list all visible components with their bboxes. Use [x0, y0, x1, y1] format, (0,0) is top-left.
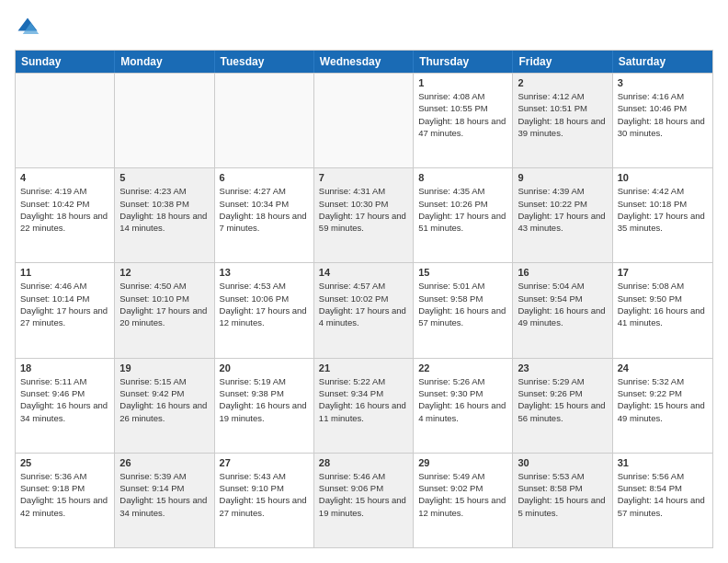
day-cell-26: 26Sunrise: 5:39 AM Sunset: 9:14 PM Dayli…	[115, 454, 214, 547]
calendar-body: 1Sunrise: 4:08 AM Sunset: 10:55 PM Dayli…	[16, 73, 712, 547]
day-number-26: 26	[119, 457, 209, 468]
calendar-week-1: 1Sunrise: 4:08 AM Sunset: 10:55 PM Dayli…	[16, 73, 712, 167]
day-cell-18: 18Sunrise: 5:11 AM Sunset: 9:46 PM Dayli…	[16, 359, 115, 453]
day-number-5: 5	[119, 172, 209, 183]
day-info-18: Sunrise: 5:11 AM Sunset: 9:46 PM Dayligh…	[20, 375, 109, 424]
day-info-15: Sunrise: 5:01 AM Sunset: 9:58 PM Dayligh…	[418, 280, 507, 328]
day-info-24: Sunrise: 5:32 AM Sunset: 9:22 PM Dayligh…	[618, 375, 708, 424]
day-cell-17: 17Sunrise: 5:08 AM Sunset: 9:50 PM Dayli…	[613, 263, 712, 357]
day-number-15: 15	[418, 267, 507, 278]
day-cell-29: 29Sunrise: 5:49 AM Sunset: 9:02 PM Dayli…	[414, 454, 513, 547]
day-info-6: Sunrise: 4:27 AM Sunset: 10:34 PM Daylig…	[220, 185, 309, 234]
day-info-26: Sunrise: 5:39 AM Sunset: 9:14 PM Dayligh…	[119, 470, 209, 519]
day-cell-21: 21Sunrise: 5:22 AM Sunset: 9:34 PM Dayli…	[314, 359, 414, 453]
day-cell-31: 31Sunrise: 5:56 AM Sunset: 8:54 PM Dayli…	[613, 454, 712, 547]
day-cell-16: 16Sunrise: 5:04 AM Sunset: 9:54 PM Dayli…	[513, 263, 612, 357]
day-number-13: 13	[220, 267, 309, 278]
day-cell-5: 5Sunrise: 4:23 AM Sunset: 10:38 PM Dayli…	[115, 168, 214, 262]
day-info-21: Sunrise: 5:22 AM Sunset: 9:34 PM Dayligh…	[319, 375, 408, 424]
day-info-13: Sunrise: 4:53 AM Sunset: 10:06 PM Daylig…	[220, 280, 309, 328]
day-cell-3: 3Sunrise: 4:16 AM Sunset: 10:46 PM Dayli…	[613, 74, 712, 167]
day-number-19: 19	[119, 362, 209, 373]
day-cell-20: 20Sunrise: 5:19 AM Sunset: 9:38 PM Dayli…	[215, 359, 314, 453]
day-cell-19: 19Sunrise: 5:15 AM Sunset: 9:42 PM Dayli…	[115, 359, 214, 453]
day-number-21: 21	[319, 362, 408, 373]
day-info-4: Sunrise: 4:19 AM Sunset: 10:42 PM Daylig…	[20, 185, 109, 234]
day-number-14: 14	[319, 267, 408, 278]
day-number-22: 22	[418, 362, 507, 373]
day-number-18: 18	[20, 362, 109, 373]
day-info-20: Sunrise: 5:19 AM Sunset: 9:38 PM Dayligh…	[220, 375, 309, 424]
day-cell-13: 13Sunrise: 4:53 AM Sunset: 10:06 PM Dayl…	[215, 263, 314, 357]
day-info-17: Sunrise: 5:08 AM Sunset: 9:50 PM Dayligh…	[618, 280, 708, 328]
day-cell-28: 28Sunrise: 5:46 AM Sunset: 9:06 PM Dayli…	[314, 454, 414, 547]
day-cell-8: 8Sunrise: 4:35 AM Sunset: 10:26 PM Dayli…	[414, 168, 513, 262]
day-cell-30: 30Sunrise: 5:53 AM Sunset: 8:58 PM Dayli…	[513, 454, 612, 547]
day-number-8: 8	[418, 172, 507, 183]
header-day-sunday: Sunday	[16, 51, 115, 73]
day-number-11: 11	[20, 267, 109, 278]
calendar: SundayMondayTuesdayWednesdayThursdayFrid…	[15, 50, 713, 548]
day-number-12: 12	[119, 267, 209, 278]
day-cell-7: 7Sunrise: 4:31 AM Sunset: 10:30 PM Dayli…	[314, 168, 414, 262]
day-number-6: 6	[220, 172, 309, 183]
day-info-19: Sunrise: 5:15 AM Sunset: 9:42 PM Dayligh…	[119, 375, 209, 424]
day-number-1: 1	[418, 77, 507, 88]
day-number-30: 30	[518, 457, 607, 468]
day-info-10: Sunrise: 4:42 AM Sunset: 10:18 PM Daylig…	[618, 185, 708, 234]
day-number-7: 7	[319, 172, 408, 183]
day-info-28: Sunrise: 5:46 AM Sunset: 9:06 PM Dayligh…	[319, 470, 408, 519]
day-info-31: Sunrise: 5:56 AM Sunset: 8:54 PM Dayligh…	[618, 470, 708, 519]
day-number-24: 24	[618, 362, 708, 373]
day-number-2: 2	[518, 77, 607, 88]
day-cell-9: 9Sunrise: 4:39 AM Sunset: 10:22 PM Dayli…	[513, 168, 612, 262]
day-cell-25: 25Sunrise: 5:36 AM Sunset: 9:18 PM Dayli…	[16, 454, 115, 547]
day-number-31: 31	[618, 457, 708, 468]
day-number-17: 17	[618, 267, 708, 278]
header	[15, 15, 713, 40]
day-info-11: Sunrise: 4:46 AM Sunset: 10:14 PM Daylig…	[20, 280, 109, 328]
day-cell-1: 1Sunrise: 4:08 AM Sunset: 10:55 PM Dayli…	[414, 74, 513, 167]
day-info-12: Sunrise: 4:50 AM Sunset: 10:10 PM Daylig…	[119, 280, 209, 328]
day-cell-10: 10Sunrise: 4:42 AM Sunset: 10:18 PM Dayl…	[613, 168, 712, 262]
day-number-16: 16	[518, 267, 607, 278]
day-info-8: Sunrise: 4:35 AM Sunset: 10:26 PM Daylig…	[418, 185, 507, 234]
day-cell-4: 4Sunrise: 4:19 AM Sunset: 10:42 PM Dayli…	[16, 168, 115, 262]
day-cell-12: 12Sunrise: 4:50 AM Sunset: 10:10 PM Dayl…	[115, 263, 214, 357]
day-cell-15: 15Sunrise: 5:01 AM Sunset: 9:58 PM Dayli…	[414, 263, 513, 357]
day-info-25: Sunrise: 5:36 AM Sunset: 9:18 PM Dayligh…	[20, 470, 109, 519]
day-number-27: 27	[220, 457, 309, 468]
header-day-wednesday: Wednesday	[314, 51, 414, 73]
calendar-week-3: 11Sunrise: 4:46 AM Sunset: 10:14 PM Dayl…	[16, 262, 712, 357]
day-info-7: Sunrise: 4:31 AM Sunset: 10:30 PM Daylig…	[319, 185, 408, 234]
header-day-monday: Monday	[115, 51, 214, 73]
day-info-23: Sunrise: 5:29 AM Sunset: 9:26 PM Dayligh…	[518, 375, 607, 424]
day-info-14: Sunrise: 4:57 AM Sunset: 10:02 PM Daylig…	[319, 280, 408, 328]
day-cell-11: 11Sunrise: 4:46 AM Sunset: 10:14 PM Dayl…	[16, 263, 115, 357]
day-cell-2: 2Sunrise: 4:12 AM Sunset: 10:51 PM Dayli…	[513, 74, 612, 167]
logo	[15, 15, 44, 40]
day-info-2: Sunrise: 4:12 AM Sunset: 10:51 PM Daylig…	[518, 90, 607, 139]
day-number-29: 29	[418, 457, 507, 468]
day-cell-empty	[115, 74, 214, 167]
day-info-1: Sunrise: 4:08 AM Sunset: 10:55 PM Daylig…	[418, 90, 507, 139]
calendar-header: SundayMondayTuesdayWednesdayThursdayFrid…	[16, 51, 712, 73]
calendar-week-2: 4Sunrise: 4:19 AM Sunset: 10:42 PM Dayli…	[16, 167, 712, 262]
header-day-thursday: Thursday	[414, 51, 513, 73]
day-cell-27: 27Sunrise: 5:43 AM Sunset: 9:10 PM Dayli…	[215, 454, 314, 547]
day-number-9: 9	[518, 172, 607, 183]
day-number-23: 23	[518, 362, 607, 373]
day-info-22: Sunrise: 5:26 AM Sunset: 9:30 PM Dayligh…	[418, 375, 507, 424]
day-number-3: 3	[618, 77, 708, 88]
page: SundayMondayTuesdayWednesdayThursdayFrid…	[0, 0, 728, 563]
day-info-30: Sunrise: 5:53 AM Sunset: 8:58 PM Dayligh…	[518, 470, 607, 519]
day-info-16: Sunrise: 5:04 AM Sunset: 9:54 PM Dayligh…	[518, 280, 607, 328]
calendar-week-4: 18Sunrise: 5:11 AM Sunset: 9:46 PM Dayli…	[16, 358, 712, 453]
day-cell-empty	[215, 74, 314, 167]
header-day-tuesday: Tuesday	[215, 51, 314, 73]
day-cell-14: 14Sunrise: 4:57 AM Sunset: 10:02 PM Dayl…	[314, 263, 414, 357]
day-info-3: Sunrise: 4:16 AM Sunset: 10:46 PM Daylig…	[618, 90, 708, 139]
day-cell-empty	[16, 74, 115, 167]
day-number-28: 28	[319, 457, 408, 468]
logo-icon	[15, 15, 40, 40]
